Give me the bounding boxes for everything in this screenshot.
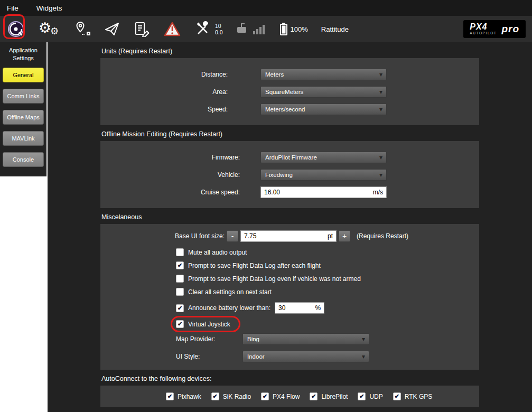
sidebar-item-offline-maps[interactable]: Offline Maps [3,110,44,125]
firmware-dropdown[interactable]: ArduPilot Firmware ▾ [260,152,387,163]
battery-threshold-value: 30 [278,304,285,312]
speed-dropdown[interactable]: Meters/second ▾ [260,104,387,115]
vehicle-setup-gears-icon[interactable]: ⚙ ⚙ [39,20,62,38]
area-row: Area: SquareMeters ▾ [100,83,479,100]
area-dropdown[interactable]: SquareMeters ▾ [260,86,387,98]
mute-audio-row: Mute all audio output [100,248,479,256]
autoconnect-librepilot[interactable]: ✔ LibrePilot [310,392,348,400]
mission-edit-document-icon[interactable] [133,21,150,37]
autoconnect-px4-flow[interactable]: ✔ PX4 Flow [261,392,300,400]
sidebar-item-general[interactable]: General [3,68,44,82]
warning-triangle-icon[interactable] [163,21,181,37]
misc-section-title: Miscelaneous [101,213,479,221]
ui-style-value: Indoor [247,353,265,360]
virtual-joystick-label: Virtual Joystick [188,321,230,328]
px4-brand-logo: PX4 autopilot pro [463,20,526,38]
checkbox-icon[interactable] [176,275,184,283]
menu-widgets[interactable]: Widgets [36,4,62,12]
distance-dropdown[interactable]: Meters ▾ [260,69,387,80]
battery-indicator[interactable]: 100% [280,22,308,36]
chevron-down-icon: ▾ [379,71,382,78]
checkbox-icon[interactable]: ✔ [393,392,401,400]
area-value: SquareMeters [265,89,303,95]
autopilot-text: autopilot [470,32,497,35]
font-size-input[interactable]: 7.75 pt [240,230,337,242]
checkbox-icon[interactable]: ✔ [166,392,174,400]
vehicle-value: Fixedwing [265,172,293,178]
distance-row: Distance: Meters ▾ [100,65,479,83]
checkbox-icon[interactable]: ✔ [261,392,269,400]
map-provider-value: Bing [247,336,259,342]
checkbox-icon[interactable]: ✔ [176,304,184,312]
chevron-down-icon: ▾ [379,171,382,179]
sidebar-item-label: Comm Links [7,93,39,99]
fly-paper-plane-icon[interactable] [104,21,120,37]
font-size-decrease-button[interactable]: - [227,230,238,242]
minus-icon: - [231,232,234,240]
checkbox-icon[interactable]: ✔ [211,392,219,400]
firmware-value: ArduPilot Firmware [265,154,317,161]
vehicle-dropdown[interactable]: Fixedwing ▾ [260,169,387,181]
chevron-down-icon: ▾ [379,106,382,113]
map-provider-dropdown[interactable]: Bing ▾ [242,333,369,345]
sidebar-item-mavlink[interactable]: MAVLink [3,131,44,146]
menu-file[interactable]: File [7,4,18,12]
flight-mode-selector[interactable]: Rattitude [321,25,349,33]
vehicle-label: Vehicle: [100,171,240,179]
checkbox-icon[interactable]: ✔ [310,392,318,400]
checkbox-icon[interactable]: ✔ [358,392,366,400]
checkbox-icon[interactable]: ✔ [176,261,184,269]
menu-bar: File Widgets [0,0,532,16]
autoconnect-udp[interactable]: ✔ UDP [358,392,382,400]
chevron-down-icon: ▾ [379,154,382,161]
messages-tools-icon[interactable] [194,21,210,37]
font-size-increase-button[interactable]: + [339,230,350,242]
pro-text: pro [501,23,519,35]
map-provider-label: Map Provider: [176,335,242,343]
sidebar-item-comm-links[interactable]: Comm Links [3,89,44,104]
font-size-label: Base UI font size: [100,232,225,240]
autoconnect-rtk-gps[interactable]: ✔ RTK GPS [393,392,432,400]
speed-label: Speed: [100,106,228,113]
misc-panel: Base UI font size: - 7.75 pt + (Requires… [100,224,479,370]
checkbox-icon[interactable] [176,288,184,296]
qgc-logo-icon[interactable] [6,20,25,38]
mission-panel: Firmware: ArduPilot Firmware ▾ Vehicle: … [100,141,479,208]
plus-icon: + [342,232,347,240]
distance-label: Distance: [100,71,228,78]
autoconnect-sik-radio[interactable]: ✔ SiK Radio [211,392,251,400]
speed-row: Speed: Meters/second ▾ [100,100,479,118]
autoconnect-panel: ✔ Pixhawk ✔ SiK Radio ✔ PX4 Flow ✔ Libre… [100,386,479,407]
autoconnect-pixhawk[interactable]: ✔ Pixhawk [166,392,201,400]
announce-battery-label: Announce battery lower than: [188,304,270,312]
rc-rssi-icon[interactable] [236,22,267,36]
firmware-label: Firmware: [100,154,240,161]
plan-waypoint-icon[interactable] [75,21,91,38]
autoconnect-section-title: AutoConnect to the following devices: [101,375,479,382]
chevron-down-icon: ▾ [362,353,365,360]
checkbox-icon[interactable]: ✔ [176,320,184,328]
area-label: Area: [100,88,228,96]
battery-threshold-input[interactable]: 30 % [275,302,324,314]
font-size-note: (Requires Restart) [357,232,408,240]
ui-style-dropdown[interactable]: Indoor ▾ [242,351,369,362]
sidebar-item-label: General [13,72,33,78]
chevron-down-icon: ▾ [379,88,382,96]
telemetry-top-value: 10 [215,23,223,29]
checkbox-icon[interactable] [176,248,184,256]
device-label: RTK GPS [405,393,432,400]
sidebar-item-console[interactable]: Console [3,152,44,167]
checkbox-label: Clear all settings on next start [188,288,272,296]
battery-icon [280,22,287,36]
cruise-speed-input[interactable]: 16.00 m/s [260,186,387,198]
announce-battery-row: ✔ Announce battery lower than: 30 % [100,302,479,314]
virtual-joystick-row: ✔ Virtual Joystick [100,320,479,329]
battery-threshold-unit: % [315,304,321,312]
red-annotation-joystick: ✔ Virtual Joystick [171,316,240,332]
gear-icon: ⚙ [39,20,51,36]
battery-percent: 100% [291,25,308,33]
main-toolbar: ⚙ ⚙ [0,16,532,42]
clear-settings-row: Clear all settings on next start [100,288,479,296]
sidebar-item-label: Console [13,156,34,163]
px4-text: PX4 [470,23,487,31]
